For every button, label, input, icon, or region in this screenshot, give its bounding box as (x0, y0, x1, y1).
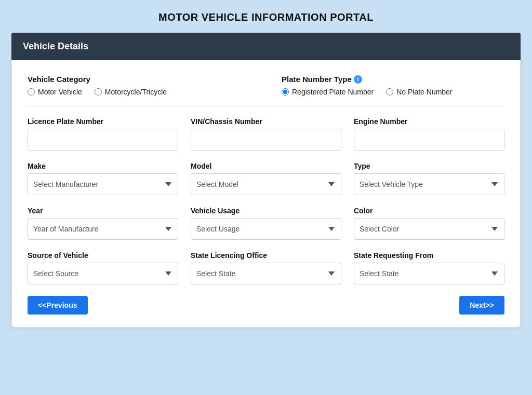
vin-chassis-field: VIN/Chassis Number (191, 117, 341, 151)
state-licencing-field: State Licencing Office Select State (191, 251, 341, 284)
plate-number-type-group: Plate Number Type i Registered Plate Num… (282, 75, 504, 96)
vin-chassis-label: VIN/Chassis Number (191, 117, 341, 126)
state-licencing-select[interactable]: Select State (191, 263, 341, 284)
make-label: Make (28, 162, 178, 170)
source-select[interactable]: Select Source (28, 263, 178, 284)
source-field: Source of Vehicle Select Source (28, 251, 178, 284)
form-card: Vehicle Category Motor Vehicle Motorcycl… (11, 60, 521, 328)
engine-number-input[interactable] (354, 129, 504, 151)
radio-no-plate[interactable]: No Plate Number (386, 88, 452, 96)
type-select[interactable]: Select Vehicle Type (354, 173, 504, 195)
vehicle-usage-label: Vehicle Usage (191, 207, 341, 215)
radio-motor-vehicle-input[interactable] (28, 88, 35, 96)
next-button[interactable]: Next>> (459, 296, 504, 315)
plate-number-type-info-icon[interactable]: i (354, 75, 362, 84)
radio-registered-plate[interactable]: Registered Plate Number (282, 88, 374, 96)
year-field: Year Year of Manufacture (28, 207, 178, 240)
type-label: Type (354, 162, 504, 170)
vehicle-usage-field: Vehicle Usage Select Usage (191, 207, 341, 240)
section-header: Vehicle Details (11, 33, 521, 60)
state-requesting-label: State Requesting From (354, 251, 504, 260)
make-field: Make Select Manufacturer (28, 162, 178, 195)
portal-title: MOTOR VEHICLE INFORMATION PORTAL (0, 11, 532, 23)
model-select[interactable]: Select Model (191, 173, 341, 195)
radio-registered-plate-label: Registered Plate Number (292, 88, 374, 96)
radio-motor-vehicle[interactable]: Motor Vehicle (28, 88, 82, 96)
row-year-usage-color: Year Year of Manufacture Vehicle Usage S… (28, 207, 504, 240)
vehicle-category-radios: Motor Vehicle Motorcycle/Tricycle (28, 88, 250, 96)
engine-number-field: Engine Number (354, 117, 504, 151)
model-label: Model (191, 162, 341, 170)
radio-registered-plate-input[interactable] (282, 88, 289, 96)
licence-plate-input[interactable] (28, 129, 178, 151)
year-label: Year (28, 207, 178, 215)
state-licencing-label: State Licencing Office (191, 251, 341, 260)
vehicle-category-group: Vehicle Category Motor Vehicle Motorcycl… (28, 75, 250, 96)
year-select[interactable]: Year of Manufacture (28, 218, 178, 240)
radio-no-plate-label: No Plate Number (396, 88, 452, 96)
previous-button[interactable]: <<Previous (28, 296, 88, 315)
radio-motor-vehicle-label: Motor Vehicle (38, 88, 82, 96)
row-source-state-state: Source of Vehicle Select Source State Li… (28, 251, 504, 284)
state-requesting-field: State Requesting From Select State (354, 251, 504, 284)
row-make-model-type: Make Select Manufacturer Model Select Mo… (28, 162, 504, 195)
plate-number-type-radios: Registered Plate Number No Plate Number (282, 88, 504, 96)
button-row: <<Previous Next>> (28, 296, 504, 315)
type-field: Type Select Vehicle Type (354, 162, 504, 195)
row-plate-vin-engine: Licence Plate Number VIN/Chassis Number … (28, 117, 504, 151)
color-field: Color Select Color (354, 207, 504, 240)
color-select[interactable]: Select Color (354, 218, 504, 240)
licence-plate-label: Licence Plate Number (28, 117, 178, 126)
vin-chassis-input[interactable] (191, 129, 341, 151)
radio-motorcycle-input[interactable] (95, 88, 102, 96)
licence-plate-field: Licence Plate Number (28, 117, 178, 151)
model-field: Model Select Model (191, 162, 341, 195)
divider-1 (28, 106, 504, 107)
radio-motorcycle[interactable]: Motorcycle/Tricycle (95, 88, 167, 96)
radio-motorcycle-label: Motorcycle/Tricycle (105, 88, 167, 96)
radio-no-plate-input[interactable] (386, 88, 393, 96)
vehicle-usage-select[interactable]: Select Usage (191, 218, 341, 240)
engine-number-label: Engine Number (354, 117, 504, 126)
state-requesting-select[interactable]: Select State (354, 263, 504, 284)
source-label: Source of Vehicle (28, 251, 178, 260)
plate-number-type-label: Plate Number Type i (282, 75, 504, 84)
make-select[interactable]: Select Manufacturer (28, 173, 178, 195)
vehicle-category-label: Vehicle Category (28, 75, 250, 84)
color-label: Color (354, 207, 504, 215)
